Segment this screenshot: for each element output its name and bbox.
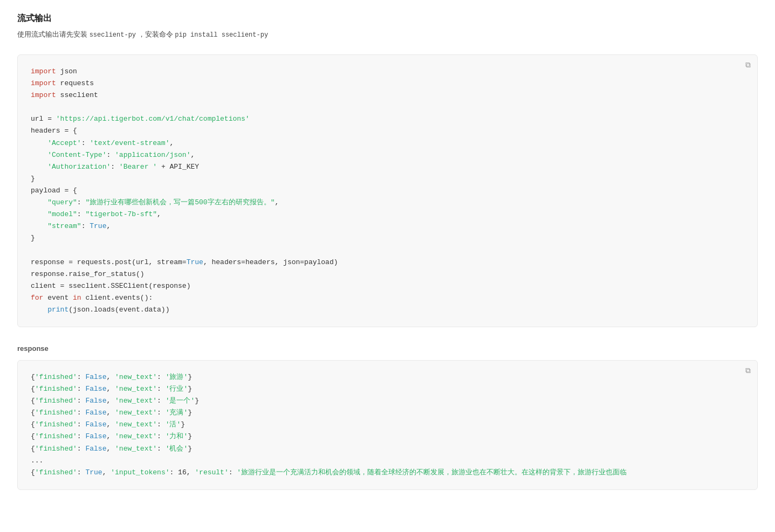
response-label: response (17, 344, 758, 353)
code-block: ⧉ import json import requests import sse… (17, 54, 758, 327)
subtitle-code2: pip install sseclient-py (175, 31, 268, 39)
page-title: 流式输出 (17, 13, 758, 24)
subtitle-text: 使用流式输出请先安装 (17, 30, 87, 38)
response-copy-icon[interactable]: ⧉ (745, 366, 751, 375)
copy-icon[interactable]: ⧉ (745, 60, 751, 70)
subtitle: 使用流式输出请先安装 sseclient-py ，安装命令 pip instal… (17, 30, 758, 39)
response-block: ⧉ {'finished': False, 'new_text': '旅游'} … (17, 360, 758, 490)
code-content: import json import requests import ssecl… (18, 55, 757, 327)
subtitle-code1: sseclient-py (90, 31, 136, 39)
subtitle-mid: ，安装命令 (138, 30, 173, 38)
response-content: {'finished': False, 'new_text': '旅游'} {'… (18, 361, 757, 489)
